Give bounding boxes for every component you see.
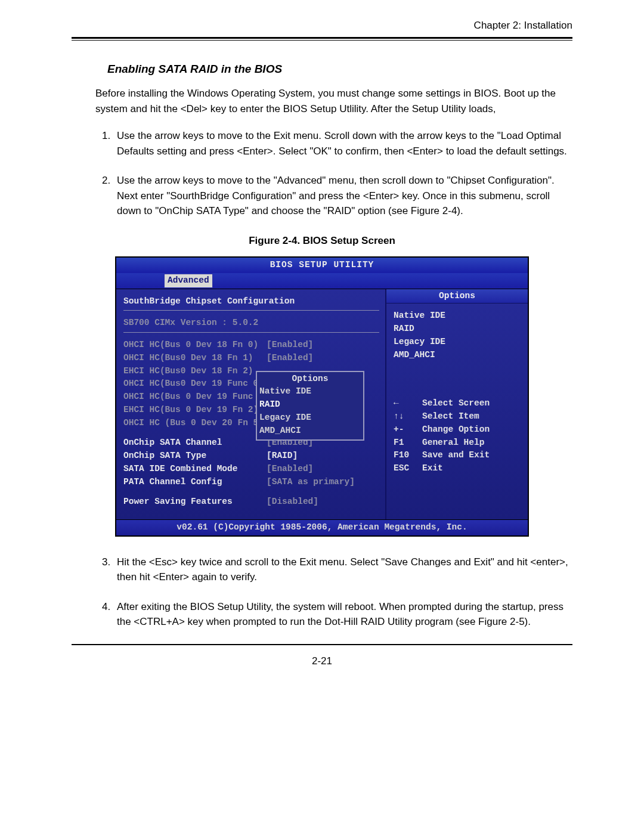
figure-caption: Figure 2-4. BIOS Setup Screen bbox=[72, 233, 572, 249]
side-option: Native IDE bbox=[394, 309, 522, 323]
list-item: Use the arrow keys to move to the Exit m… bbox=[113, 128, 572, 159]
intro-paragraph: Before installing the Windows Operating … bbox=[95, 86, 572, 116]
section-title: Enabling SATA RAID in the BIOS bbox=[107, 61, 572, 78]
steps-list-part1: Use the arrow keys to move to the Exit m… bbox=[95, 128, 572, 219]
chapter-header: Chapter 2: Installation bbox=[72, 18, 572, 33]
page-number: 2-21 bbox=[72, 654, 572, 669]
bios-screenshot: BIOS SETUP UTILITY Advanced SouthBridge … bbox=[115, 256, 529, 537]
side-panel-title: Options bbox=[386, 289, 528, 304]
esc-key: ESC bbox=[394, 462, 422, 475]
bios-side-panel: Options Native IDE RAID Legacy IDE AMD_A… bbox=[386, 289, 528, 520]
table-row-selected[interactable]: OnChip SATA Type[RAID] bbox=[123, 450, 379, 463]
table-row: OHCI HC(Bus0 Dev 18 Fn 1)[Enabled] bbox=[123, 352, 379, 365]
list-item: Use the arrow keys to move to the "Advan… bbox=[113, 173, 572, 219]
divider bbox=[123, 310, 379, 311]
table-row[interactable]: SATA IDE Combined Mode[Enabled] bbox=[123, 463, 379, 476]
tab-advanced[interactable]: Advanced bbox=[164, 274, 213, 288]
side-option: Legacy IDE bbox=[394, 336, 522, 349]
cimx-version: SB700 CIMx Version : 5.0.2 bbox=[123, 317, 379, 330]
bios-title: BIOS SETUP UTILITY bbox=[116, 258, 528, 273]
popup-title: Options bbox=[259, 373, 361, 386]
bios-footer: v02.61 (C)Copyright 1985-2006, American … bbox=[116, 519, 528, 535]
footer-rule bbox=[72, 644, 572, 645]
bios-tab-bar: Advanced bbox=[116, 273, 528, 289]
f1-key: F1 bbox=[394, 436, 422, 450]
side-option: AMD_AHCI bbox=[394, 349, 522, 362]
popup-option[interactable]: Legacy IDE bbox=[259, 411, 361, 425]
side-option: RAID bbox=[394, 323, 522, 336]
options-popup[interactable]: Options Native IDE RAID Legacy IDE AMD_A… bbox=[256, 371, 364, 441]
list-item: Hit the <Esc> key twice and scroll to th… bbox=[113, 555, 572, 585]
popup-option-selected[interactable]: RAID bbox=[259, 398, 361, 411]
table-row: OHCI HC(Bus 0 Dev 18 Fn 0)[Enabled] bbox=[123, 339, 379, 352]
popup-option[interactable]: Native IDE bbox=[259, 385, 361, 398]
divider bbox=[123, 332, 379, 333]
table-row[interactable]: Power Saving Features[Disabled] bbox=[123, 496, 379, 509]
popup-option[interactable]: AMD_AHCI bbox=[259, 425, 361, 438]
arrow-left-icon: ← bbox=[394, 397, 422, 410]
arrow-updown-icon: ↑↓ bbox=[394, 410, 422, 423]
f10-key: F10 bbox=[394, 449, 422, 462]
plus-minus-icon: +- bbox=[394, 423, 422, 436]
bios-main-panel: SouthBridge Chipset Configuration SB700 … bbox=[116, 289, 386, 520]
header-rule bbox=[72, 37, 572, 41]
steps-list-part2: Hit the <Esc> key twice and scroll to th… bbox=[95, 555, 572, 630]
list-item: After exiting the BIOS Setup Utility, th… bbox=[113, 599, 572, 630]
bios-panel-heading: SouthBridge Chipset Configuration bbox=[123, 295, 379, 308]
key-help: ←Select Screen ↑↓Select Item +-Change Op… bbox=[394, 397, 522, 475]
table-row[interactable]: PATA Channel Config[SATA as primary] bbox=[123, 476, 379, 489]
